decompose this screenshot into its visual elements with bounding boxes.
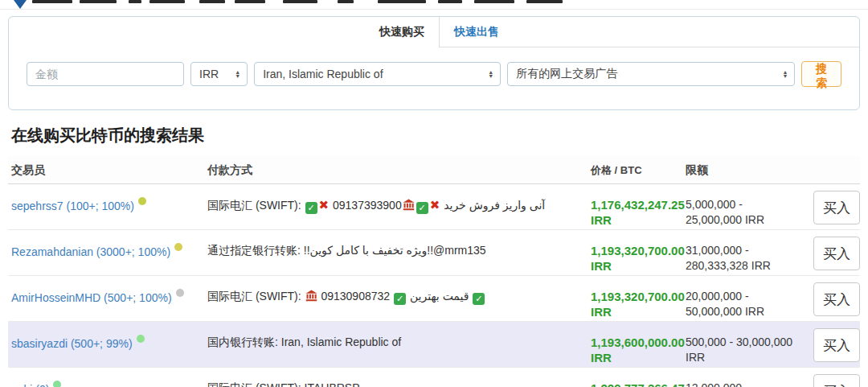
buy-button[interactable]: 买入 xyxy=(813,191,860,224)
column-price: 价格 / BTC xyxy=(576,163,674,178)
navbar-text-fragment xyxy=(338,0,354,3)
table-row: AmirHosseinMHD (500+; 100%)国际电汇 (SWIFT):… xyxy=(8,276,860,322)
select-arrows-icon: ▲▼ xyxy=(235,70,240,78)
trader-status-dot-icon xyxy=(53,381,61,387)
buy-cell: 买入 xyxy=(799,184,860,229)
payment-method-cell: 通过指定银行转账: !!‎کوین‎ کامل‎ با‎ تخفیف‎ ویژه… xyxy=(207,230,576,275)
column-trader: 交易员 xyxy=(8,163,207,178)
ad-type-select[interactable]: 所有的网上交易广告 ▲▼ xyxy=(507,62,795,86)
search-button[interactable]: 搜索 xyxy=(801,61,841,87)
payment-text: 国际电汇 (SWIFT): ITAUBRSP xyxy=(207,381,360,387)
check-badge-icon: ✓ xyxy=(416,202,428,214)
trader-cell: sepehrss7 (100+; 100%) xyxy=(8,184,207,229)
bank-icon xyxy=(305,290,317,302)
check-badge-icon: ✓ xyxy=(394,293,406,305)
navbar-text-fragment xyxy=(80,0,117,3)
check-badge-icon: ✓ xyxy=(305,202,317,214)
payment-text: 09137393900 xyxy=(330,199,402,212)
navbar-text-fragment xyxy=(235,0,265,3)
price-cell: 1,176,432,247.25 IRR xyxy=(576,184,674,229)
quick-buy-form: IRR ▲▼ Iran, Islamic Republic of ▲▼ 所有的网… xyxy=(9,47,859,87)
trader-status-dot-icon xyxy=(138,197,146,205)
price-cell: 1,229,777,366.47 IRR xyxy=(576,368,674,387)
select-arrows-icon: ▲▼ xyxy=(783,70,788,78)
limits-cell: 20,000,000 - 50,000,000 IRR xyxy=(674,276,799,321)
payment-method-cell: 国内银行转账: Iran, Islamic Republic of xyxy=(207,322,576,367)
navbar-text-fragment xyxy=(129,0,141,3)
trader-status-dot-icon xyxy=(174,243,182,251)
results-table: 交易员 付款方式 价格 / BTC 限额 sepehrss7 (100+; 10… xyxy=(8,156,860,387)
buy-cell: 买入 xyxy=(799,276,860,321)
trade-tabs: 快速购买 快速出售 xyxy=(9,17,859,47)
trader-link[interactable]: Rezamahdanian (3000+; 100%) xyxy=(11,245,170,258)
column-payment: 付款方式 xyxy=(207,163,576,178)
payment-text: خرید‎ فروش‎ واریز‎ آنی‎ xyxy=(440,199,545,212)
trader-status-dot-icon xyxy=(176,289,184,297)
limits-cell: 500,000 - 30,000,000 IRR xyxy=(674,322,799,367)
navbar-text-fragment xyxy=(283,0,317,3)
navbar-text-fragment xyxy=(438,0,462,3)
payment-text: 通过指定银行转账: !!‎کوین‎ کامل‎ با‎ تخفیف‎ ویژه… xyxy=(207,244,486,257)
buy-cell: 买入 xyxy=(799,230,860,275)
country-select-value: Iran, Islamic Republic of xyxy=(263,68,383,80)
results-heading: 在线购买比特币的搜索结果 xyxy=(11,125,868,146)
buy-button[interactable]: 买入 xyxy=(813,237,860,270)
tab-spacer xyxy=(9,17,365,47)
select-arrows-icon: ▲▼ xyxy=(488,70,493,78)
trader-link[interactable]: AmirHosseinMHD (500+; 100%) xyxy=(11,291,172,304)
quick-trade-panel: 快速购买 快速出售 IRR ▲▼ Iran, Islamic Republic … xyxy=(8,16,860,110)
price-cell: 1,193,320,700.00 IRR xyxy=(576,230,674,275)
trader-cell: AmirHosseinMHD (500+; 100%) xyxy=(8,276,207,321)
x-mark-icon: ✖ xyxy=(319,198,330,212)
navbar-text-fragment xyxy=(149,0,185,3)
top-navbar xyxy=(0,0,868,10)
column-buy xyxy=(799,163,860,178)
payment-method-cell: 国际电汇 (SWIFT): ✓✖ 09137393900✓✖ خرید‎ فرو… xyxy=(207,184,576,229)
trader-link[interactable]: pplri (0) xyxy=(11,383,49,387)
table-row: pplri (0)国际电汇 (SWIFT): ITAUBRSP1,229,777… xyxy=(8,368,860,387)
payment-method-cell: 国际电汇 (SWIFT): ITAUBRSP xyxy=(207,368,576,387)
payment-text: 国际电汇 (SWIFT): xyxy=(207,290,305,303)
trader-link[interactable]: sepehrss7 (100+; 100%) xyxy=(11,200,134,212)
price-cell: 1,193,320,700.00 IRR xyxy=(576,276,674,321)
trader-cell: Rezamahdanian (3000+; 100%) xyxy=(8,230,207,275)
results-table-body: sepehrss7 (100+; 100%)国际电汇 (SWIFT): ✓✖ 0… xyxy=(8,184,860,387)
bank-icon xyxy=(403,199,415,211)
payment-method-cell: 国际电汇 (SWIFT): 09130908732 ✓ بهترین‎ قیمت… xyxy=(207,276,576,321)
table-row: sepehrss7 (100+; 100%)国际电汇 (SWIFT): ✓✖ 0… xyxy=(8,184,860,230)
site-logo-icon[interactable] xyxy=(14,0,27,9)
table-row: sbasiryazdi (500+; 99%)国内银行转账: Iran, Isl… xyxy=(8,322,860,368)
tab-quick-sell[interactable]: 快速出售 xyxy=(440,17,514,47)
trader-cell: sbasiryazdi (500+; 99%) xyxy=(8,322,207,367)
payment-text: 国际电汇 (SWIFT): xyxy=(207,199,305,212)
limits-cell: 31,000,000 - 280,333,328 IRR xyxy=(674,230,799,275)
buy-button[interactable]: 买入 xyxy=(813,328,860,362)
currency-select[interactable]: IRR ▲▼ xyxy=(190,62,248,86)
check-badge-icon: ✓ xyxy=(473,293,485,305)
buy-cell: 买入 xyxy=(799,322,860,367)
tab-filler xyxy=(514,17,859,47)
payment-text: 国内银行转账: Iran, Islamic Republic of xyxy=(207,336,401,348)
country-select[interactable]: Iran, Islamic Republic of ▲▼ xyxy=(254,62,501,86)
navbar-text-fragment xyxy=(378,0,426,3)
price-cell: 1,193,600,000.00 IRR xyxy=(576,322,674,367)
buy-button[interactable]: 买入 xyxy=(813,374,860,387)
limits-cell: 12,000,000 - xyxy=(674,368,799,387)
tab-quick-buy[interactable]: 快速购买 xyxy=(365,17,440,47)
payment-text: بهترین‎ قیمت‎ xyxy=(407,290,472,303)
limits-cell: 5,000,000 - 25,000,000 IRR xyxy=(674,184,799,229)
buy-cell: 买入 xyxy=(799,368,860,387)
column-limits: 限额 xyxy=(674,163,799,178)
navbar-text-fragment xyxy=(32,0,72,3)
amount-input[interactable] xyxy=(27,62,184,86)
table-row: Rezamahdanian (3000+; 100%)通过指定银行转账: !!‎… xyxy=(8,230,860,276)
results-table-header: 交易员 付款方式 价格 / BTC 限额 xyxy=(8,156,860,184)
currency-select-value: IRR xyxy=(199,68,219,80)
navbar-text-fragment xyxy=(474,0,514,3)
trader-status-dot-icon xyxy=(137,335,145,343)
x-mark-icon: ✖ xyxy=(430,198,440,212)
trader-cell: pplri (0) xyxy=(8,368,207,387)
buy-button[interactable]: 买入 xyxy=(813,282,860,316)
trader-link[interactable]: sbasiryazdi (500+; 99%) xyxy=(11,337,133,350)
ad-type-select-value: 所有的网上交易广告 xyxy=(516,67,617,81)
